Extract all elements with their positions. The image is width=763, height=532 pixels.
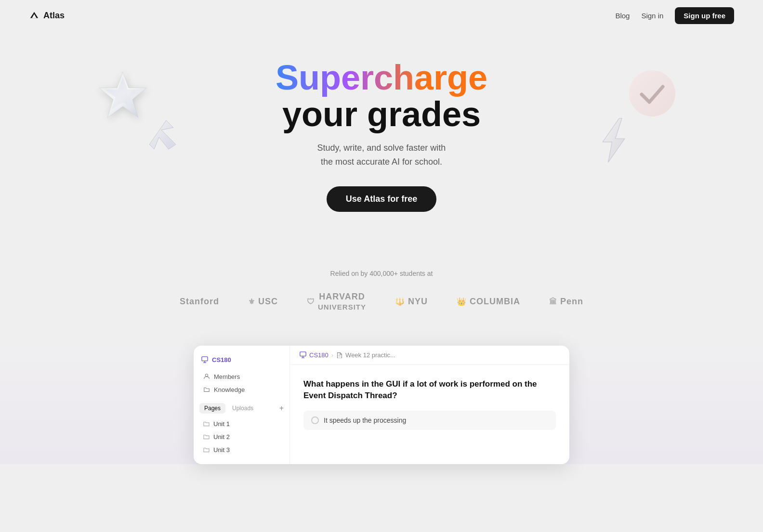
option-text: It speeds up the processing bbox=[324, 416, 406, 424]
breadcrumb-course: CS180 bbox=[309, 351, 329, 359]
hero-subtitle: Study, write, and solve faster with the … bbox=[10, 141, 753, 169]
sidebar-members-label: Members bbox=[214, 373, 240, 380]
unit-3-label: Unit 3 bbox=[213, 446, 230, 454]
quiz-question: What happens in the GUI if a lot of work… bbox=[303, 378, 556, 402]
unit-2-label: Unit 2 bbox=[213, 433, 230, 441]
sidebar-course-name: CS180 bbox=[212, 356, 231, 363]
svg-point-4 bbox=[205, 374, 208, 376]
sidebar-unit-1[interactable]: Unit 1 bbox=[194, 417, 289, 430]
svg-rect-5 bbox=[300, 352, 306, 356]
logo-text: Atlas bbox=[43, 11, 65, 21]
universities-section: Relied on by 400,000+ students at Stanfo… bbox=[0, 260, 763, 336]
hero-cta-button[interactable]: Use Atlas for free bbox=[327, 186, 436, 212]
sidebar-unit-2[interactable]: Unit 2 bbox=[194, 430, 289, 443]
signup-button[interactable]: Sign up free bbox=[675, 7, 734, 24]
folder-icon bbox=[203, 386, 210, 393]
university-logos: Stanford ⚜ USC 🛡 HARVARDUNIVERSITY 🔱 NYU… bbox=[10, 292, 753, 312]
breadcrumb-page-name: Week 12 practic... bbox=[345, 351, 395, 359]
uni-columbia: 👑 COLUMBIA bbox=[457, 297, 520, 307]
uni-usc: ⚜ USC bbox=[248, 297, 278, 307]
uni-penn: 🏛 Penn bbox=[549, 297, 583, 307]
option-radio[interactable] bbox=[311, 416, 319, 424]
sidebar-tabs: Pages Uploads + bbox=[194, 399, 289, 417]
unit-folder-icon-3 bbox=[203, 447, 210, 453]
demo-card: CS180 Members Knowledge Pages Uploads + bbox=[194, 346, 569, 464]
uni-nyu: 🔱 NYU bbox=[395, 297, 428, 307]
hero-section: Supercharge your grades Study, write, an… bbox=[0, 31, 763, 260]
sidebar-knowledge[interactable]: Knowledge bbox=[194, 383, 289, 396]
demo-content: What happens in the GUI if a lot of work… bbox=[290, 365, 569, 444]
svg-rect-3 bbox=[202, 357, 208, 361]
hero-title-gradient: Supercharge bbox=[276, 58, 487, 97]
demo-breadcrumb: CS180 › Week 12 practic... bbox=[290, 346, 569, 365]
add-page-button[interactable]: + bbox=[279, 404, 284, 413]
hero-title-main: your grades bbox=[282, 95, 481, 133]
demo-main: CS180 › Week 12 practic... What happens … bbox=[290, 346, 569, 464]
hero-title: Supercharge your grades bbox=[10, 60, 753, 132]
navbar: Atlas Blog Sign in Sign up free bbox=[0, 0, 763, 31]
quiz-option[interactable]: It speeds up the processing bbox=[303, 411, 556, 430]
breadcrumb-page-icon bbox=[336, 352, 342, 358]
signin-link[interactable]: Sign in bbox=[641, 12, 663, 20]
members-icon bbox=[203, 373, 210, 380]
logo[interactable]: Atlas bbox=[29, 10, 65, 21]
sidebar-course: CS180 bbox=[194, 353, 289, 366]
tab-pages[interactable]: Pages bbox=[199, 403, 225, 414]
demo-section: CS180 Members Knowledge Pages Uploads + bbox=[0, 336, 763, 464]
uni-harvard: 🛡 HARVARDUNIVERSITY bbox=[307, 292, 366, 312]
demo-sidebar: CS180 Members Knowledge Pages Uploads + bbox=[194, 346, 290, 464]
breadcrumb-separator: › bbox=[331, 351, 333, 359]
tab-uploads[interactable]: Uploads bbox=[227, 403, 258, 414]
nav-actions: Blog Sign in Sign up free bbox=[615, 7, 734, 24]
sidebar-knowledge-label: Knowledge bbox=[214, 386, 245, 393]
unit-1-label: Unit 1 bbox=[213, 420, 230, 428]
sidebar-members[interactable]: Members bbox=[194, 370, 289, 383]
atlas-logo-icon bbox=[29, 10, 39, 21]
blog-link[interactable]: Blog bbox=[615, 12, 630, 20]
breadcrumb-monitor-icon bbox=[300, 351, 306, 358]
unit-folder-icon-2 bbox=[203, 434, 210, 440]
uni-stanford: Stanford bbox=[180, 297, 219, 307]
monitor-icon bbox=[201, 356, 208, 363]
social-proof-text: Relied on by 400,000+ students at bbox=[10, 270, 753, 277]
unit-folder-icon bbox=[203, 421, 210, 427]
sidebar-unit-3[interactable]: Unit 3 bbox=[194, 443, 289, 456]
